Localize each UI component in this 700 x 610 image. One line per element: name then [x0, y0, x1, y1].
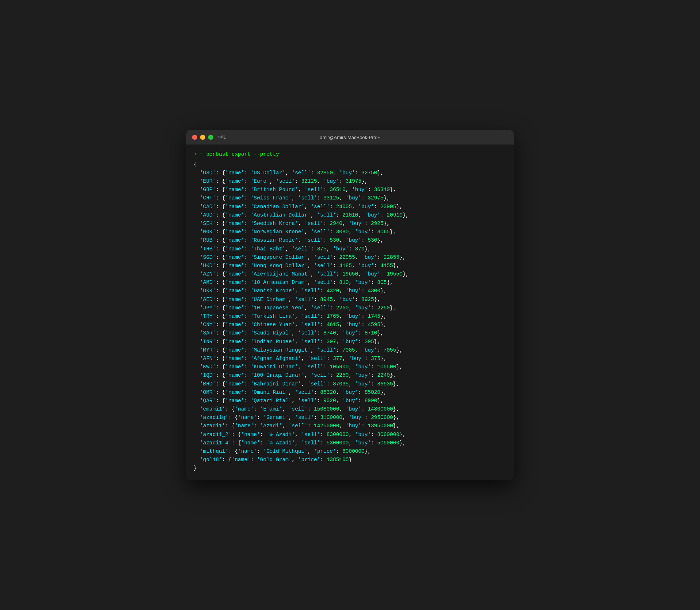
- title-bar: ⌥⌘1 amir@Amirs-MacBook-Pro:~: [186, 130, 514, 144]
- traffic-lights: [192, 135, 213, 140]
- keyboard-shortcut: ⌥⌘1: [218, 134, 226, 140]
- prompt-arrow: ➜: [194, 151, 197, 157]
- window-title: amir@Amirs-MacBook-Pro:~: [320, 135, 380, 140]
- maximize-button[interactable]: [208, 135, 213, 140]
- prompt-command: ~ bonbast export --pretty: [200, 151, 279, 157]
- minimize-button[interactable]: [200, 135, 205, 140]
- terminal-window: ⌥⌘1 amir@Amirs-MacBook-Pro:~ ➜ ~ bonbast…: [186, 130, 514, 480]
- prompt-line: ➜ ~ bonbast export --pretty: [194, 150, 506, 159]
- terminal-output: { 'USD': {'name': 'US Dollar', 'sell': 3…: [194, 161, 506, 473]
- close-button[interactable]: [192, 135, 197, 140]
- terminal-body[interactable]: ➜ ~ bonbast export --pretty { 'USD': {'n…: [186, 144, 514, 480]
